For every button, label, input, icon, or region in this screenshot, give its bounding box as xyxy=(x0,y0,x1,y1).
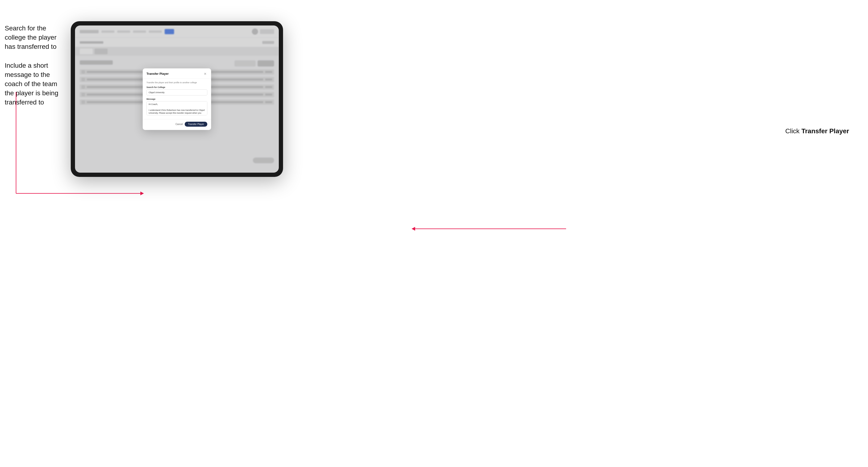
modal-header: Transfer Player ✕ xyxy=(143,68,211,79)
modal-footer: Cancel Transfer Player xyxy=(143,119,211,130)
modal-overlay: Transfer Player ✕ Transfer the player an… xyxy=(75,26,279,173)
close-icon[interactable]: ✕ xyxy=(203,72,207,76)
modal-description: Transfer the player and their profile to… xyxy=(147,81,207,84)
annotation-click-text: Click xyxy=(785,127,801,135)
svg-marker-2 xyxy=(140,191,144,195)
annotation-left: Search for the college the player has tr… xyxy=(5,24,66,117)
modal-title: Transfer Player xyxy=(147,72,168,75)
tablet-screen: Transfer Player ✕ Transfer the player an… xyxy=(75,26,279,173)
svg-marker-4 xyxy=(412,227,415,231)
message-label: Message xyxy=(147,98,207,100)
college-label: Search for College xyxy=(147,86,207,88)
annotation-message-text: Include a short message to the coach of … xyxy=(5,61,66,107)
annotation-right: Click Transfer Player xyxy=(785,127,849,135)
cancel-button[interactable]: Cancel xyxy=(176,123,183,125)
tablet-device: Transfer Player ✕ Transfer the player an… xyxy=(71,21,283,177)
college-search-input[interactable] xyxy=(147,89,207,96)
modal-body: Transfer the player and their profile to… xyxy=(143,79,211,119)
transfer-player-button[interactable]: Transfer Player xyxy=(185,122,207,127)
annotation-transfer-bold: Transfer Player xyxy=(802,127,849,135)
annotation-search-text: Search for the college the player has tr… xyxy=(5,24,66,52)
transfer-player-modal: Transfer Player ✕ Transfer the player an… xyxy=(143,68,211,130)
message-textarea[interactable]: Hi Coach, I understand Chris Robertson h… xyxy=(147,101,207,115)
